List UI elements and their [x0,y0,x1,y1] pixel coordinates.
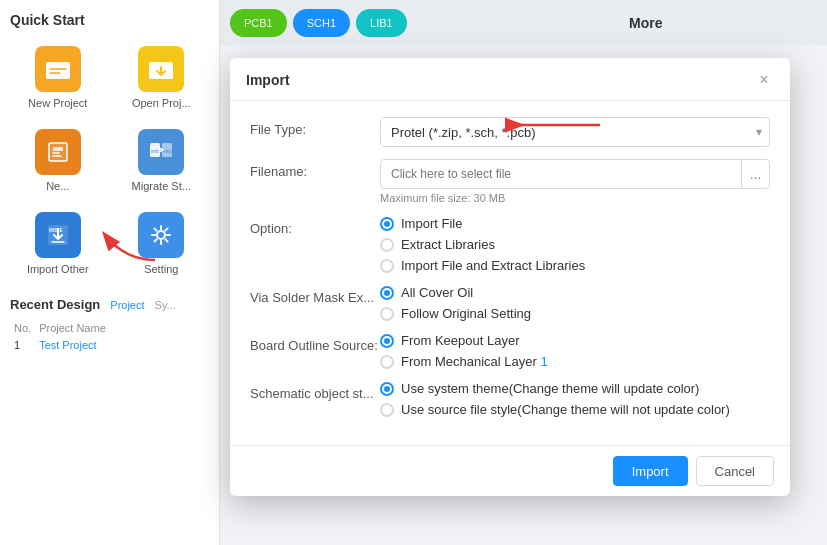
file-size-hint: Maximum file size: 30 MB [380,192,770,204]
schematic-use-source[interactable]: Use source file style(Change theme will … [380,402,770,417]
mechanical-highlight: 1 [540,354,547,369]
file-type-label: File Type: [250,117,380,137]
sidebar-item-setting[interactable]: Setting [114,206,210,281]
new-project-label: New Project [28,97,87,109]
board-from-mechanical[interactable]: From Mechanical Layer 1 [380,354,770,369]
svg-text:MORE: MORE [49,228,63,233]
recent-header: Recent Design Project Sy... [10,297,209,312]
radio-extract-libs-circle [380,238,394,252]
filename-input[interactable] [381,167,741,181]
recent-tab-project[interactable]: Project [110,299,144,311]
svg-rect-1 [46,65,70,79]
sidebar-item-new-reusable[interactable]: Ne... [10,123,106,198]
dialog-title: Import [246,72,290,88]
svg-rect-6 [48,142,68,162]
schematic-radio-group: Use system theme(Change theme will updat… [380,381,770,417]
via-all-cover-label: All Cover Oil [401,285,473,300]
table-row: 1 Test Project [10,336,209,354]
more-label: More [629,15,662,31]
filename-control: ... Maximum file size: 30 MB [380,159,770,204]
board-from-keepout[interactable]: From Keepout Layer [380,333,770,348]
open-folder-icon [147,55,175,83]
sidebar-item-import-other[interactable]: MORE Import Other [10,206,106,281]
tab-strip: PCB1 SCH1 LIB1 [220,0,613,45]
option-import-file[interactable]: Import File [380,216,770,231]
schematic-use-system-label: Use system theme(Change theme will updat… [401,381,699,396]
setting-label: Setting [144,263,178,275]
radio-all-cover-circle [380,286,394,300]
reusable-icon [44,138,72,166]
open-project-label: Open Proj... [132,97,191,109]
file-type-select-wrapper: Protel (*.zip, *.sch, *.pcb) ▾ [380,117,770,147]
board-from-keepout-label: From Keepout Layer [401,333,520,348]
schematic-label: Schematic object st... [250,381,380,401]
filename-input-wrap: ... [380,159,770,189]
col-project-name: Project Name [35,320,209,336]
schematic-use-source-label: Use source file style(Change theme will … [401,402,730,417]
import-icon: MORE [44,221,72,249]
tab-green[interactable]: PCB1 [230,9,287,37]
option-import-extract[interactable]: Import File and Extract Libraries [380,258,770,273]
option-row: Option: Import File Extract Libraries [250,216,770,273]
cancel-button[interactable]: Cancel [696,456,774,486]
icon-grid: New Project Open Proj... [10,40,209,281]
sidebar-item-migrate[interactable]: STD PRO Migrate St... [114,123,210,198]
via-follow-original[interactable]: Follow Original Setting [380,306,770,321]
tab-blue[interactable]: SCH1 [293,9,350,37]
radio-import-extract-circle [380,259,394,273]
filename-row: Filename: ... Maximum file size: 30 MB [250,159,770,204]
option-radio-group: Import File Extract Libraries Import Fil… [380,216,770,273]
dialog-close-button[interactable]: × [754,70,774,90]
folder-icon [44,55,72,83]
via-all-cover[interactable]: All Cover Oil [380,285,770,300]
via-solder-control: All Cover Oil Follow Original Setting [380,285,770,321]
option-extract-libs[interactable]: Extract Libraries [380,237,770,252]
schematic-use-system[interactable]: Use system theme(Change theme will updat… [380,381,770,396]
sidebar-item-new-project[interactable]: New Project [10,40,106,115]
option-extract-libs-label: Extract Libraries [401,237,495,252]
new-reusable-label: Ne... [46,180,69,192]
app-background: Quick Start New Project [0,0,827,545]
filename-dots-button[interactable]: ... [741,160,769,188]
file-type-control: Protel (*.zip, *.sch, *.pcb) ▾ [380,117,770,147]
board-from-mechanical-label: From Mechanical Layer 1 [401,354,548,369]
dialog-body: File Type: Protel (*.zip, *.sch, *.pcb) … [230,101,790,445]
filename-label: Filename: [250,159,380,179]
board-outline-control: From Keepout Layer From Mechanical Layer… [380,333,770,369]
import-button[interactable]: Import [613,456,688,486]
radio-follow-original-circle [380,307,394,321]
row-no: 1 [10,336,35,354]
migrate-icon: STD PRO [147,138,175,166]
tab-teal[interactable]: LIB1 [356,9,407,37]
recent-design-section: Recent Design Project Sy... No. Project … [10,297,209,354]
radio-from-mechanical-circle [380,355,394,369]
radio-import-file-circle [380,217,394,231]
sidebar-item-open-project[interactable]: Open Proj... [114,40,210,115]
file-type-select[interactable]: Protel (*.zip, *.sch, *.pcb) [380,117,770,147]
svg-rect-5 [149,62,159,67]
migrate-icon-box: STD PRO [138,129,184,175]
new-reusable-icon-box [35,129,81,175]
option-control: Import File Extract Libraries Import Fil… [380,216,770,273]
import-other-label: Import Other [27,263,89,275]
svg-rect-2 [46,62,56,67]
open-project-icon-box [138,46,184,92]
quick-start-title: Quick Start [10,12,209,28]
quick-start-panel: Quick Start New Project [0,0,220,545]
board-outline-row: Board Outline Source: From Keepout Layer… [250,333,770,369]
recent-tab-sy[interactable]: Sy... [155,299,176,311]
radio-from-keepout-circle [380,334,394,348]
radio-use-system-circle [380,382,394,396]
migrate-label: Migrate St... [132,180,191,192]
recent-design-title: Recent Design [10,297,100,312]
radio-use-source-circle [380,403,394,417]
schematic-row: Schematic object st... Use system theme(… [250,381,770,417]
row-project-name[interactable]: Test Project [35,336,209,354]
import-other-icon-box: MORE [35,212,81,258]
col-no: No. [10,320,35,336]
svg-point-14 [157,231,165,239]
board-outline-radio-group: From Keepout Layer From Mechanical Layer… [380,333,770,369]
board-outline-label: Board Outline Source: [250,333,380,353]
via-solder-radio-group: All Cover Oil Follow Original Setting [380,285,770,321]
dialog-header: Import × [230,58,790,101]
